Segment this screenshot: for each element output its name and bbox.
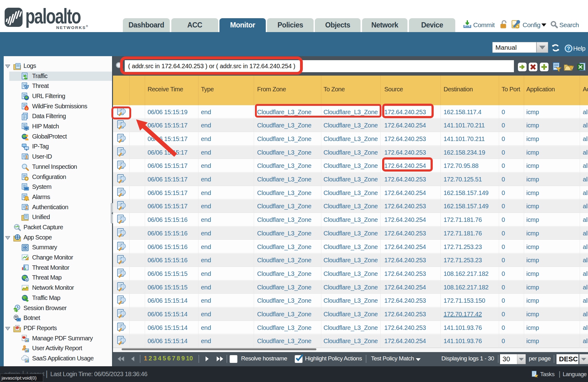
svg-text:?: ? bbox=[567, 46, 570, 51]
svg-text:x: x bbox=[26, 278, 28, 281]
svg-text:x: x bbox=[26, 85, 27, 89]
